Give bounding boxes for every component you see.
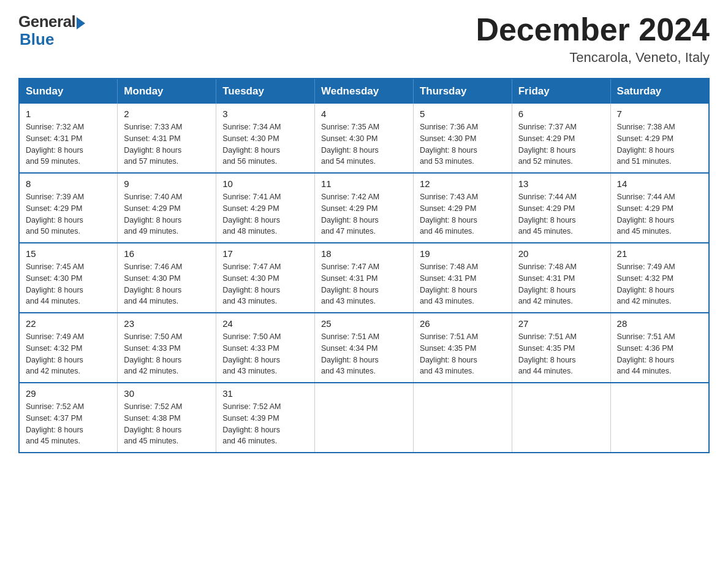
month-title: December 2024 [476, 12, 710, 47]
calendar-cell: 5Sunrise: 7:36 AMSunset: 4:30 PMDaylight… [413, 104, 512, 173]
calendar-cell: 14Sunrise: 7:44 AMSunset: 4:29 PMDayligh… [610, 173, 709, 243]
day-number: 17 [222, 248, 308, 259]
calendar-cell: 7Sunrise: 7:38 AMSunset: 4:29 PMDaylight… [610, 104, 709, 173]
day-number: 8 [26, 178, 111, 189]
day-info: Sunrise: 7:47 AMSunset: 4:31 PMDaylight:… [321, 261, 407, 307]
day-number: 3 [222, 109, 308, 119]
calendar-cell: 29Sunrise: 7:52 AMSunset: 4:37 PMDayligh… [19, 383, 118, 453]
day-info: Sunrise: 7:33 AMSunset: 4:31 PMDaylight:… [124, 121, 210, 167]
calendar-cell: 3Sunrise: 7:34 AMSunset: 4:30 PMDaylight… [216, 104, 315, 173]
logo-arrow-icon [77, 17, 85, 29]
day-info: Sunrise: 7:44 AMSunset: 4:29 PMDaylight:… [518, 191, 604, 237]
day-number: 5 [420, 109, 506, 119]
calendar-cell: 11Sunrise: 7:42 AMSunset: 4:29 PMDayligh… [315, 173, 414, 243]
day-number: 1 [26, 109, 111, 119]
calendar-cell: 22Sunrise: 7:49 AMSunset: 4:32 PMDayligh… [19, 313, 118, 383]
calendar-cell: 31Sunrise: 7:52 AMSunset: 4:39 PMDayligh… [216, 383, 315, 453]
day-number: 28 [617, 318, 702, 329]
calendar-cell: 19Sunrise: 7:48 AMSunset: 4:31 PMDayligh… [413, 243, 512, 313]
column-header-sunday: Sunday [19, 79, 118, 104]
calendar-cell: 13Sunrise: 7:44 AMSunset: 4:29 PMDayligh… [512, 173, 610, 243]
column-header-friday: Friday [512, 79, 610, 104]
calendar-cell: 8Sunrise: 7:39 AMSunset: 4:29 PMDaylight… [19, 173, 118, 243]
day-info: Sunrise: 7:50 AMSunset: 4:33 PMDaylight:… [124, 331, 210, 377]
logo: General Blue [18, 12, 85, 49]
page-header: General Blue December 2024 Tencarola, Ve… [18, 12, 710, 66]
day-number: 11 [321, 178, 407, 189]
column-header-saturday: Saturday [610, 79, 709, 104]
day-info: Sunrise: 7:48 AMSunset: 4:31 PMDaylight:… [518, 261, 604, 307]
day-info: Sunrise: 7:49 AMSunset: 4:32 PMDaylight:… [26, 331, 111, 377]
day-number: 22 [26, 318, 111, 329]
day-info: Sunrise: 7:38 AMSunset: 4:29 PMDaylight:… [617, 121, 702, 167]
day-number: 30 [124, 388, 210, 399]
day-number: 23 [124, 318, 210, 329]
day-info: Sunrise: 7:42 AMSunset: 4:29 PMDaylight:… [321, 191, 407, 237]
calendar-cell: 25Sunrise: 7:51 AMSunset: 4:34 PMDayligh… [315, 313, 414, 383]
day-number: 7 [617, 109, 702, 119]
calendar-cell: 9Sunrise: 7:40 AMSunset: 4:29 PMDaylight… [118, 173, 216, 243]
logo-general-text: General [18, 12, 75, 31]
day-info: Sunrise: 7:52 AMSunset: 4:39 PMDaylight:… [222, 401, 308, 447]
day-info: Sunrise: 7:51 AMSunset: 4:35 PMDaylight:… [518, 331, 604, 377]
calendar-cell: 26Sunrise: 7:51 AMSunset: 4:35 PMDayligh… [413, 313, 512, 383]
calendar-cell: 23Sunrise: 7:50 AMSunset: 4:33 PMDayligh… [118, 313, 216, 383]
calendar-table: SundayMondayTuesdayWednesdayThursdayFrid… [18, 78, 710, 453]
day-number: 25 [321, 318, 407, 329]
calendar-cell: 15Sunrise: 7:45 AMSunset: 4:30 PMDayligh… [19, 243, 118, 313]
calendar-cell: 21Sunrise: 7:49 AMSunset: 4:32 PMDayligh… [610, 243, 709, 313]
calendar-cell: 1Sunrise: 7:32 AMSunset: 4:31 PMDaylight… [19, 104, 118, 173]
calendar-cell: 20Sunrise: 7:48 AMSunset: 4:31 PMDayligh… [512, 243, 610, 313]
calendar-week-row: 8Sunrise: 7:39 AMSunset: 4:29 PMDaylight… [19, 173, 709, 243]
day-info: Sunrise: 7:43 AMSunset: 4:29 PMDaylight:… [420, 191, 506, 237]
day-info: Sunrise: 7:51 AMSunset: 4:35 PMDaylight:… [420, 331, 506, 377]
day-number: 29 [26, 388, 111, 399]
column-header-wednesday: Wednesday [315, 79, 414, 104]
calendar-cell: 17Sunrise: 7:47 AMSunset: 4:30 PMDayligh… [216, 243, 315, 313]
calendar-cell: 4Sunrise: 7:35 AMSunset: 4:30 PMDaylight… [315, 104, 414, 173]
calendar-cell: 18Sunrise: 7:47 AMSunset: 4:31 PMDayligh… [315, 243, 414, 313]
calendar-cell [315, 383, 414, 453]
day-info: Sunrise: 7:37 AMSunset: 4:29 PMDaylight:… [518, 121, 604, 167]
day-number: 18 [321, 248, 407, 259]
day-info: Sunrise: 7:36 AMSunset: 4:30 PMDaylight:… [420, 121, 506, 167]
calendar-week-row: 15Sunrise: 7:45 AMSunset: 4:30 PMDayligh… [19, 243, 709, 313]
calendar-week-row: 29Sunrise: 7:52 AMSunset: 4:37 PMDayligh… [19, 383, 709, 453]
day-number: 12 [420, 178, 506, 189]
calendar-cell: 28Sunrise: 7:51 AMSunset: 4:36 PMDayligh… [610, 313, 709, 383]
day-info: Sunrise: 7:52 AMSunset: 4:37 PMDaylight:… [26, 401, 111, 447]
location-text: Tencarola, Veneto, Italy [476, 50, 710, 66]
calendar-cell: 27Sunrise: 7:51 AMSunset: 4:35 PMDayligh… [512, 313, 610, 383]
calendar-header-row: SundayMondayTuesdayWednesdayThursdayFrid… [19, 79, 709, 104]
day-number: 19 [420, 248, 506, 259]
day-info: Sunrise: 7:51 AMSunset: 4:36 PMDaylight:… [617, 331, 702, 377]
day-info: Sunrise: 7:32 AMSunset: 4:31 PMDaylight:… [26, 121, 111, 167]
day-info: Sunrise: 7:52 AMSunset: 4:38 PMDaylight:… [124, 401, 210, 447]
calendar-cell: 12Sunrise: 7:43 AMSunset: 4:29 PMDayligh… [413, 173, 512, 243]
calendar-cell: 30Sunrise: 7:52 AMSunset: 4:38 PMDayligh… [118, 383, 216, 453]
calendar-cell [512, 383, 610, 453]
day-number: 2 [124, 109, 210, 119]
calendar-cell: 10Sunrise: 7:41 AMSunset: 4:29 PMDayligh… [216, 173, 315, 243]
day-number: 10 [222, 178, 308, 189]
day-number: 24 [222, 318, 308, 329]
calendar-cell: 24Sunrise: 7:50 AMSunset: 4:33 PMDayligh… [216, 313, 315, 383]
calendar-week-row: 1Sunrise: 7:32 AMSunset: 4:31 PMDaylight… [19, 104, 709, 173]
day-number: 16 [124, 248, 210, 259]
day-info: Sunrise: 7:40 AMSunset: 4:29 PMDaylight:… [124, 191, 210, 237]
column-header-monday: Monday [118, 79, 216, 104]
calendar-cell: 16Sunrise: 7:46 AMSunset: 4:30 PMDayligh… [118, 243, 216, 313]
column-header-thursday: Thursday [413, 79, 512, 104]
day-number: 9 [124, 178, 210, 189]
calendar-cell: 2Sunrise: 7:33 AMSunset: 4:31 PMDaylight… [118, 104, 216, 173]
day-number: 13 [518, 178, 604, 189]
calendar-week-row: 22Sunrise: 7:49 AMSunset: 4:32 PMDayligh… [19, 313, 709, 383]
day-info: Sunrise: 7:44 AMSunset: 4:29 PMDaylight:… [617, 191, 702, 237]
day-info: Sunrise: 7:49 AMSunset: 4:32 PMDaylight:… [617, 261, 702, 307]
day-number: 20 [518, 248, 604, 259]
title-area: December 2024 Tencarola, Veneto, Italy [476, 12, 710, 66]
day-info: Sunrise: 7:34 AMSunset: 4:30 PMDaylight:… [222, 121, 308, 167]
day-number: 6 [518, 109, 604, 119]
day-number: 21 [617, 248, 702, 259]
day-info: Sunrise: 7:46 AMSunset: 4:30 PMDaylight:… [124, 261, 210, 307]
